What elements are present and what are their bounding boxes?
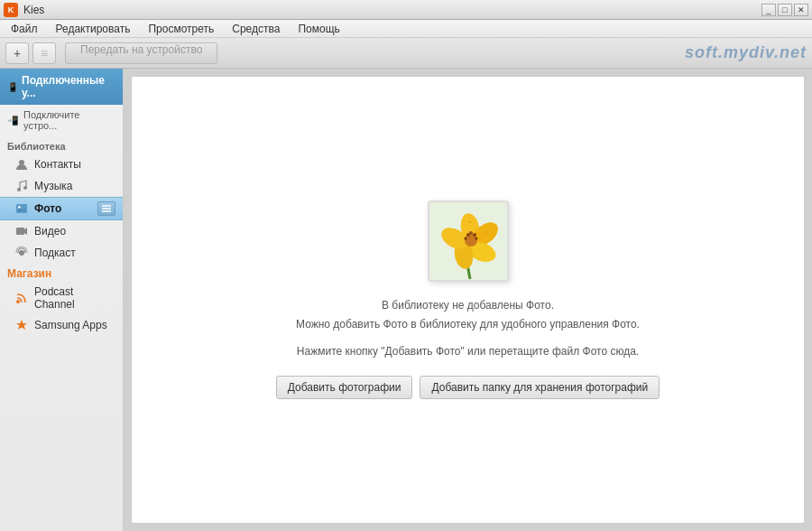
add-folder-button[interactable]: Добавить папку для хранения фотографий (420, 376, 660, 399)
video-label: Видео (34, 225, 66, 238)
connect-device-item[interactable]: 📲 Подключите устро... (0, 105, 123, 135)
connect-device-icon: 📲 (7, 116, 18, 126)
sidebar-item-photos[interactable]: Фото (0, 197, 123, 220)
list-view-icon[interactable] (97, 201, 115, 216)
transfer-button[interactable]: Передать на устройство (65, 42, 217, 64)
menu-file[interactable]: Файл (4, 20, 45, 37)
title-text: Kies (23, 4, 44, 16)
svg-point-23 (469, 221, 471, 223)
sidebar-item-music[interactable]: Музыка (0, 175, 123, 197)
app-icon: K (4, 3, 18, 17)
add-photos-button[interactable]: Добавить фотографии (276, 376, 413, 399)
store-header: Магазин (0, 264, 123, 282)
menu-view[interactable]: Просмотреть (141, 20, 221, 37)
connected-tab-label: Подключенные у... (22, 74, 115, 99)
svg-point-21 (464, 237, 466, 239)
svg-point-22 (475, 237, 477, 239)
minimize-button[interactable]: _ (761, 4, 776, 16)
title-bar: K Kies _ □ ✕ (0, 0, 812, 20)
photo-image (428, 200, 509, 282)
close-button[interactable]: ✕ (794, 4, 808, 16)
podcast-channel-label: Podcast Channel (34, 285, 115, 311)
sidebar-item-samsung-apps[interactable]: Samsung Apps (0, 314, 123, 336)
info-text: В библиотеку не добавлены Фото. Можно до… (296, 296, 640, 362)
content-panel: В библиотеку не добавлены Фото. Можно до… (131, 76, 805, 524)
content-area: В библиотеку не добавлены Фото. Можно до… (124, 69, 812, 531)
svg-point-9 (19, 250, 24, 256)
svg-point-19 (473, 233, 476, 237)
main-layout: 📱 Подключенные у... 📲 Подключите устро..… (0, 69, 812, 531)
info-line4: Нажмите кнопку "Добавить Фото" или перет… (296, 342, 640, 362)
svg-point-24 (485, 231, 487, 233)
svg-rect-3 (16, 204, 27, 213)
samsung-apps-label: Samsung Apps (34, 319, 107, 331)
apps-icon (14, 318, 29, 332)
action-buttons: Добавить фотографии Добавить папку для х… (276, 376, 660, 399)
connected-tab[interactable]: 📱 Подключенные у... (0, 69, 123, 105)
menu-tools[interactable]: Средства (225, 20, 287, 37)
rss-icon (14, 291, 29, 305)
add-button[interactable]: + (5, 42, 29, 64)
photos-icon (14, 201, 29, 216)
menu-bar: Файл Редактировать Просмотреть Средства … (0, 20, 812, 38)
watermark: soft.mydiv.net (685, 43, 807, 62)
sidebar-item-podcast-channel[interactable]: Podcast Channel (0, 282, 123, 314)
music-label: Музыка (34, 180, 72, 192)
connected-tab-icon: 📱 (7, 82, 18, 92)
svg-point-1 (17, 188, 21, 191)
video-icon (14, 224, 29, 238)
sidebar-item-podcast[interactable]: Подкаст (0, 242, 123, 264)
photos-label: Фото (34, 202, 61, 215)
window-controls: _ □ ✕ (761, 4, 808, 16)
svg-point-10 (16, 300, 20, 303)
toolbar: + ≡ Передать на устройство soft.mydiv.ne… (0, 38, 812, 69)
svg-point-20 (469, 231, 473, 235)
info-line1: В библиотеку не добавлены Фото. (296, 296, 640, 316)
svg-point-2 (23, 186, 27, 190)
svg-rect-8 (16, 228, 24, 235)
sidebar-item-contacts[interactable]: Контакты (0, 154, 123, 175)
maximize-button[interactable]: □ (778, 4, 792, 16)
sidebar-item-video[interactable]: Видео (0, 220, 123, 242)
music-icon (14, 179, 29, 193)
title-left: K Kies (4, 3, 44, 17)
library-header: Библиотека (0, 135, 123, 154)
podcast-label: Подкаст (34, 247, 76, 259)
sidebar: 📱 Подключенные у... 📲 Подключите устро..… (0, 69, 124, 531)
contacts-label: Контакты (34, 158, 81, 171)
connect-device-label: Подключите устро... (23, 109, 115, 131)
info-line2: Можно добавить Фото в библиотеку для удо… (296, 315, 640, 335)
contacts-icon (14, 157, 29, 172)
podcast-icon (14, 246, 29, 260)
menu-help[interactable]: Помощь (291, 20, 346, 37)
layout-button[interactable]: ≡ (32, 42, 56, 64)
menu-edit[interactable]: Редактировать (49, 20, 138, 37)
